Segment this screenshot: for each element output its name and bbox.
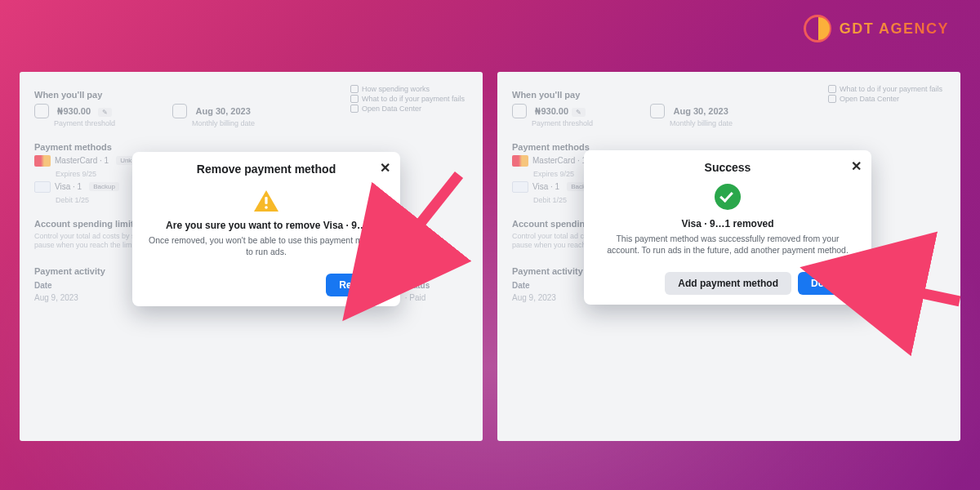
close-icon[interactable]: ✕ — [380, 160, 390, 176]
done-button[interactable]: Done — [798, 272, 862, 295]
brand-logo-container: GDT AGENCY — [804, 15, 949, 42]
remove-button[interactable]: Remove — [326, 274, 390, 296]
warning-icon — [252, 189, 280, 213]
modal-title: Success — [584, 150, 871, 174]
remove-payment-modal: ✕ Remove payment method Are you sure you… — [132, 152, 400, 306]
confirm-description: Once removed, you won't be able to use t… — [149, 234, 384, 257]
success-check-icon — [715, 184, 741, 210]
success-headline: Visa · 9…1 removed — [600, 218, 855, 229]
success-description: This payment method was successfully rem… — [600, 233, 855, 256]
brand-logo-icon — [804, 15, 831, 42]
brand-name: GDT AGENCY — [840, 20, 949, 38]
cursor-icon — [839, 278, 849, 289]
cursor-icon — [366, 292, 376, 307]
modal-title: Remove payment method — [132, 152, 400, 176]
svg-rect-0 — [265, 197, 267, 204]
done-button-label: Done — [811, 278, 835, 289]
svg-point-1 — [265, 206, 268, 209]
close-icon[interactable]: ✕ — [851, 158, 862, 174]
right-screenshot-panel: What to do if your payment fails Open Da… — [497, 72, 960, 441]
confirm-headline: Are you sure you want to remove Visa · 9… — [149, 220, 384, 231]
success-modal: ✕ Success Visa · 9…1 removed This paymen… — [584, 150, 871, 305]
add-payment-method-button[interactable]: Add payment method — [665, 272, 791, 295]
left-screenshot-panel: How spending works What to do if your pa… — [20, 72, 483, 441]
